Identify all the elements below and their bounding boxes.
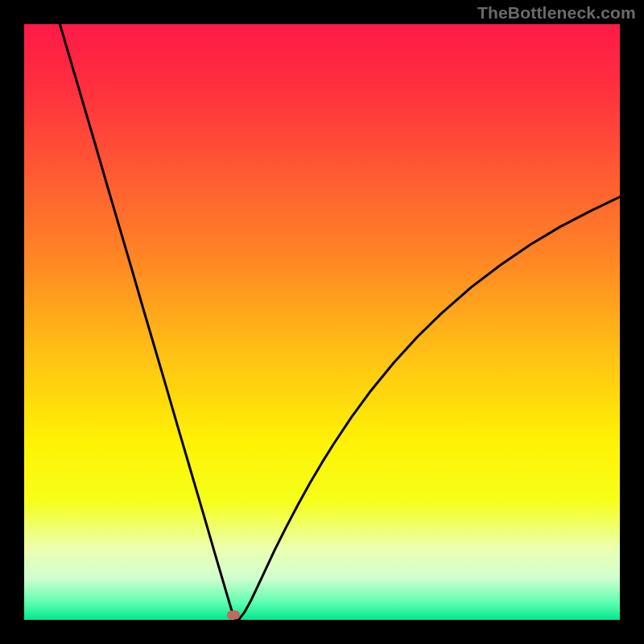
operating-point-marker — [227, 611, 240, 620]
gradient-background — [24, 24, 620, 620]
chart-frame: TheBottleneck.com — [0, 0, 644, 644]
watermark-label: TheBottleneck.com — [477, 3, 636, 23]
bottleneck-chart — [24, 24, 620, 620]
